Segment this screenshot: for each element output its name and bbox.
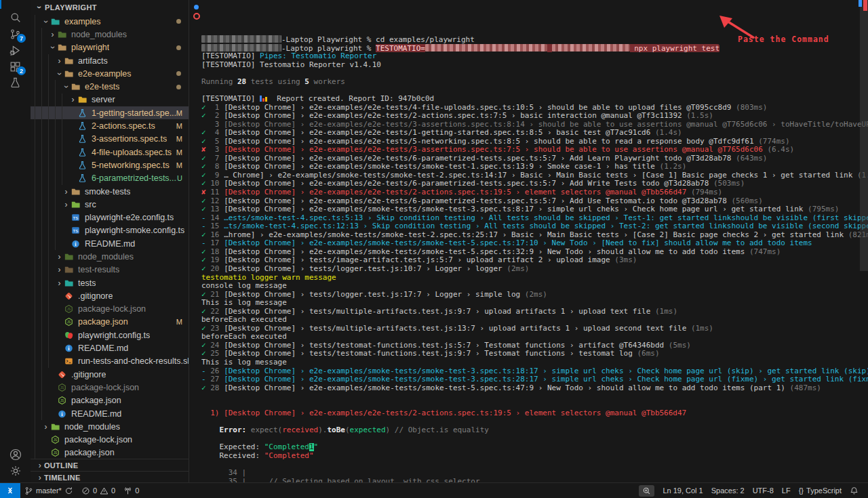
tree-item-label: package-lock.json bbox=[71, 383, 139, 392]
tree-item-tests[interactable]: ›tests bbox=[31, 276, 189, 289]
chevron-collapsed-icon[interactable]: › bbox=[41, 423, 50, 431]
tree-item-label: package-lock.json bbox=[64, 435, 132, 444]
tree-item-4-file-uploads-spec-ts[interactable]: 4-file-uploads.spec.tsM bbox=[31, 146, 189, 159]
chevron-collapsed-icon[interactable]: › bbox=[62, 188, 71, 196]
notifications-bell-icon[interactable] bbox=[846, 483, 863, 498]
chevron-collapsed-icon[interactable]: › bbox=[55, 266, 64, 274]
source-control-icon[interactable]: 7 bbox=[0, 26, 31, 42]
git-status-badge: M bbox=[176, 161, 182, 169]
terminal-line: ✓ 2 [Desktop Chrome] › e2e-examples/e2e-… bbox=[201, 112, 868, 121]
timeline-section[interactable]: › TIMELINE bbox=[31, 471, 189, 483]
outline-section[interactable]: › OUTLINE bbox=[31, 459, 189, 471]
account-icon[interactable] bbox=[0, 447, 31, 463]
tree-item-run-tests-and-check-results-sh[interactable]: run-tests-and-check-results.sh bbox=[31, 355, 189, 368]
chevron-collapsed-icon[interactable]: › bbox=[68, 96, 77, 104]
terminal-panel[interactable]: -Laptop Playwright % cd examples/playwri… bbox=[189, 0, 868, 483]
terminal-line: ✓ 19 [Desktop Chrome] › tests/image-arti… bbox=[201, 256, 868, 265]
tree-item-package-json[interactable]: JSpackage.jsonM bbox=[31, 316, 189, 329]
indentation[interactable]: Spaces: 2 bbox=[707, 483, 749, 498]
tree-item-label: smoke-tests bbox=[85, 187, 130, 196]
chevron-collapsed-icon[interactable]: › bbox=[55, 253, 64, 261]
tree-item-5-networking-spec-ts[interactable]: 5-networking.spec.tsM bbox=[31, 159, 189, 171]
language-mode[interactable]: {}TypeScript bbox=[795, 483, 846, 498]
terminal-line: ✓ 5 [Desktop Chrome] › e2e-examples/e2e-… bbox=[201, 138, 868, 146]
ports-item[interactable]: 0 bbox=[119, 483, 143, 498]
settings-gear-icon[interactable] bbox=[0, 463, 31, 479]
tree-item-2-actions-spec-ts[interactable]: 2-actions.spec.tsM bbox=[31, 119, 189, 132]
flask-icon bbox=[77, 134, 88, 144]
remote-indicator[interactable] bbox=[0, 483, 20, 498]
chevron-collapsed-icon[interactable]: › bbox=[55, 57, 64, 65]
git-status-badge: M bbox=[176, 135, 182, 143]
extensions-icon[interactable]: 2 bbox=[0, 58, 31, 75]
explorer-section-header[interactable]: › PLAYWRIGHT bbox=[31, 0, 189, 15]
chevron-collapsed-icon[interactable]: › bbox=[55, 279, 64, 287]
tree-item-server[interactable]: ›server bbox=[31, 94, 189, 106]
run-debug-icon[interactable] bbox=[0, 42, 31, 58]
tree-item-node-modules[interactable]: ›node_modules bbox=[31, 28, 189, 41]
tree-item-label: 4-file-uploads.spec.ts bbox=[92, 148, 172, 157]
tree-item-package-json[interactable]: JSpackage.json bbox=[31, 394, 189, 407]
chevron-expanded-icon[interactable]: › bbox=[42, 17, 50, 26]
tree-item-playwright-smoke-config-ts[interactable]: TSplaywright-smoke.config.ts bbox=[31, 224, 189, 237]
tree-item-package-lock-json[interactable]: JSpackage-lock.json bbox=[31, 434, 189, 447]
tree-item-package-lock-json[interactable]: JSpackage-lock.json bbox=[31, 381, 189, 394]
redacted-text bbox=[201, 35, 281, 43]
active-view-indicator bbox=[0, 0, 1, 9]
terminal-line: 1) [Desktop Chrome] › e2e-examples/e2e-t… bbox=[201, 409, 868, 418]
tree-item-artifacts[interactable]: ›artifacts bbox=[31, 54, 189, 67]
tree-item-playwright-config-ts[interactable]: playwright.config.ts bbox=[31, 329, 189, 341]
tree-item-playwright-e2e-config-ts[interactable]: TSplaywright-e2e.config.ts bbox=[31, 211, 189, 224]
tree-item-3-assertions-spec-ts[interactable]: 3-assertions.spec.tsM bbox=[31, 133, 189, 146]
tree-item-examples[interactable]: ›examples bbox=[31, 15, 189, 28]
tree-item-test-results[interactable]: ›test-results bbox=[31, 264, 189, 276]
encoding[interactable]: UTF-8 bbox=[749, 483, 778, 498]
folder-icon bbox=[71, 82, 81, 91]
tree-item-readme-md[interactable]: iREADME.md bbox=[31, 341, 189, 354]
scrollbar-mark-red bbox=[863, 0, 867, 11]
search-icon[interactable] bbox=[0, 9, 31, 26]
cursor-position[interactable]: Ln 19, Col 1 bbox=[658, 483, 707, 498]
tree-item--gitignore[interactable]: .gitignore bbox=[31, 368, 189, 381]
modified-dot-icon bbox=[176, 85, 181, 89]
tree-item--gitignore[interactable]: .gitignore bbox=[31, 289, 189, 302]
terminal-line: ✓ 12 [Desktop Chrome] › e2e-examples/e2e… bbox=[201, 197, 868, 206]
shell-icon bbox=[64, 356, 75, 366]
tree-item-label: .gitignore bbox=[71, 370, 106, 379]
eol-sequence[interactable]: LF bbox=[778, 483, 795, 498]
tree-item-playwright[interactable]: ›playwright bbox=[31, 41, 189, 54]
outline-label: OUTLINE bbox=[44, 461, 78, 470]
chevron-collapsed-icon[interactable]: › bbox=[48, 30, 57, 39]
tree-item-label: playwright bbox=[71, 43, 109, 52]
problems-item[interactable]: 0 0 bbox=[77, 483, 119, 498]
terminal-line bbox=[201, 392, 868, 401]
terminal-scrollbar[interactable] bbox=[860, 0, 868, 271]
tree-item-1-getting-started-spe-[interactable]: 1-getting-started.spe...M bbox=[31, 106, 189, 119]
tree-item-e2e-tests[interactable]: ›e2e-tests bbox=[31, 80, 189, 93]
tree-item-label: node_modules bbox=[64, 422, 120, 432]
chevron-collapsed-icon[interactable]: › bbox=[62, 201, 71, 209]
tree-item-6-parametrized-tests-[interactable]: 6-parametrized-tests....U bbox=[31, 172, 189, 185]
tree-item-readme-md[interactable]: iREADME.md bbox=[31, 237, 189, 250]
command-decoration-success-icon[interactable] bbox=[194, 5, 199, 9]
testing-icon[interactable] bbox=[0, 75, 31, 91]
command-decoration-error-icon[interactable] bbox=[193, 13, 200, 20]
terminal-line: 34 | bbox=[201, 469, 868, 478]
chevron-expanded-icon[interactable]: › bbox=[56, 69, 64, 78]
git-branch-item[interactable]: master* bbox=[20, 483, 77, 498]
svg-text:JS: JS bbox=[54, 438, 58, 442]
tree-item-node-modules[interactable]: ›node_modules bbox=[31, 420, 189, 433]
tree-item-readme-md[interactable]: iREADME.md bbox=[31, 407, 189, 420]
broadcast-icon bbox=[123, 486, 132, 495]
chevron-expanded-icon[interactable]: › bbox=[49, 43, 57, 52]
tree-item-e2e-examples[interactable]: ›e2e-examples bbox=[31, 67, 189, 80]
tree-item-package-lock-json[interactable]: JSpackage-lock.json bbox=[31, 303, 189, 316]
tree-item-src[interactable]: ›src bbox=[31, 198, 189, 211]
zoom-indicator[interactable] bbox=[639, 485, 654, 497]
chevron-expanded-icon[interactable]: › bbox=[62, 83, 71, 91]
terminal-line: 3 [Desktop Chrome] › e2e-examples/e2e-te… bbox=[201, 121, 868, 129]
tree-item-smoke-tests[interactable]: ›smoke-tests bbox=[31, 185, 189, 198]
tree-item-package-json[interactable]: JSpackage.json bbox=[31, 447, 189, 459]
tree-item-node-modules[interactable]: ›node_modules bbox=[31, 250, 189, 263]
npm-icon: JS bbox=[50, 448, 61, 457]
